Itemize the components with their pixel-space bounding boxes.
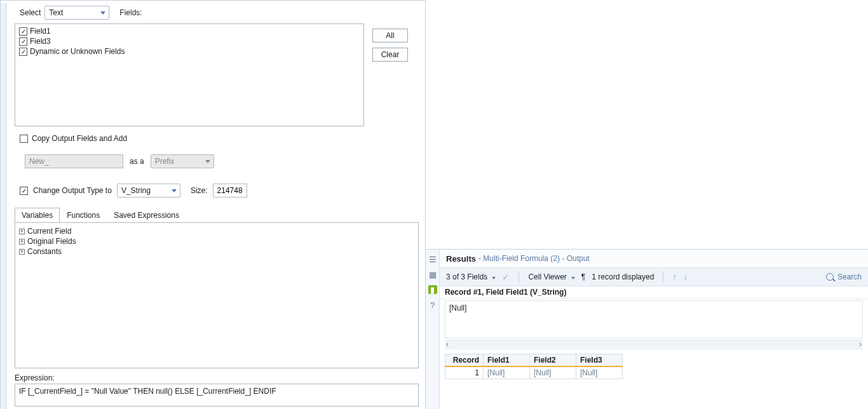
help-icon[interactable]: ? <box>428 300 437 309</box>
grid-icon[interactable]: ▦ <box>428 270 437 279</box>
expression-label: Expression: <box>15 373 419 382</box>
change-type-checkbox[interactable] <box>20 187 28 195</box>
pilcrow-icon[interactable]: ¶ <box>581 272 585 281</box>
records-displayed-label: 1 record displayed <box>592 272 654 281</box>
expression-editor[interactable]: IF [_CurrentField_] = "Null Value" THEN … <box>15 384 419 406</box>
results-title-bar: Results - Multi-Field Formula (2) - Outp… <box>440 250 868 267</box>
tree-item[interactable]: +Original Fields <box>19 237 414 246</box>
clear-button[interactable]: Clear <box>372 48 408 62</box>
field-checkbox-row[interactable]: Field1 <box>19 27 360 36</box>
column-header[interactable]: Field3 <box>576 354 623 367</box>
field-checkbox-row[interactable]: Field3 <box>19 37 360 46</box>
field-label: Dynamic or Unknown Fields <box>30 47 125 56</box>
column-header[interactable]: Field2 <box>530 354 576 367</box>
tab-saved-expressions[interactable]: Saved Expressions <box>107 208 186 222</box>
column-header[interactable]: Record <box>445 354 484 367</box>
as-a-label: as a <box>130 157 144 166</box>
separator <box>663 271 663 283</box>
expression-tabs: Variables Functions Saved Expressions <box>15 208 419 222</box>
tab-functions[interactable]: Functions <box>60 208 107 222</box>
expand-icon[interactable]: + <box>19 249 25 255</box>
tab-variables[interactable]: Variables <box>15 208 60 222</box>
table-row: 1 [Null] [Null] [Null] <box>445 366 623 379</box>
size-input[interactable] <box>213 184 247 198</box>
separator <box>519 271 519 283</box>
prefix-input[interactable] <box>25 154 123 168</box>
field-label: Field3 <box>30 37 51 46</box>
search-box[interactable]: Search <box>826 272 862 281</box>
list-icon[interactable]: ☰ <box>428 255 437 264</box>
copy-output-checkbox[interactable] <box>20 135 28 143</box>
size-label: Size: <box>191 186 208 195</box>
field-checkbox-row[interactable]: Dynamic or Unknown Fields <box>19 47 360 56</box>
tree-item[interactable]: +Current Field <box>19 227 414 236</box>
horizontal-scrollbar[interactable] <box>445 340 863 350</box>
check-icon[interactable]: ✓ <box>502 272 510 282</box>
variables-tree: +Current Field +Original Fields +Constan… <box>15 222 419 368</box>
cell[interactable]: 1 <box>445 366 484 379</box>
search-label: Search <box>837 272 862 281</box>
results-toolbar: 3 of 3 Fields ✓ Cell Viewer ¶ 1 record d… <box>440 267 868 286</box>
column-header[interactable]: Field1 <box>484 354 530 367</box>
record-value-view: [Null] <box>445 300 863 339</box>
results-grid: Record Field1 Field2 Field3 1 [Null] [Nu… <box>445 354 623 379</box>
fields-list: Field1 Field3 Dynamic or Unknown Fields <box>15 23 364 126</box>
prev-record-button[interactable]: ↑ <box>672 272 677 282</box>
field-label: Field1 <box>30 27 51 36</box>
cell[interactable]: [Null] <box>576 366 623 379</box>
results-subtitle: - Multi-Field Formula (2) - Output <box>478 254 590 263</box>
record-icon[interactable]: ▮ <box>428 285 437 294</box>
search-icon <box>826 273 834 281</box>
select-label: Select <box>20 8 41 17</box>
tree-item[interactable]: +Constants <box>19 247 414 256</box>
checkbox-icon[interactable] <box>19 48 27 56</box>
prefix-suffix-dropdown[interactable]: Prefix <box>151 154 214 168</box>
workflow-canvas[interactable]: IF [_CurrentField_] = "Null Value" THEN … <box>426 0 868 249</box>
copy-output-label: Copy Output Fields and Add <box>32 134 127 143</box>
checkbox-icon[interactable] <box>19 27 27 36</box>
expand-icon[interactable]: + <box>19 239 25 245</box>
config-panel: Select Text Fields: Field1 Field3 Dynami… <box>0 0 426 409</box>
select-type-dropdown[interactable]: Text <box>44 6 109 20</box>
fields-picker[interactable]: 3 of 3 Fields <box>446 272 496 281</box>
results-gutter: ☰ ▦ ▮ ? <box>426 250 440 409</box>
panel-tab-handle[interactable] <box>1 3 6 409</box>
checkbox-icon[interactable] <box>19 37 27 46</box>
workspace-panel: IF [_CurrentField_] = "Null Value" THEN … <box>426 0 868 409</box>
results-panel: ☰ ▦ ▮ ? Results - Multi-Field Formula (2… <box>426 249 868 409</box>
cell-viewer-picker[interactable]: Cell Viewer <box>528 272 574 281</box>
results-title: Results <box>446 254 476 264</box>
output-type-dropdown[interactable]: V_String <box>117 184 180 198</box>
all-button[interactable]: All <box>372 29 408 43</box>
change-type-label: Change Output Type to <box>33 186 112 195</box>
expand-icon[interactable]: + <box>19 229 25 234</box>
fields-label: Fields: <box>119 8 142 17</box>
cell[interactable]: [Null] <box>484 366 530 379</box>
next-record-button[interactable]: ↓ <box>683 272 688 282</box>
cell[interactable]: [Null] <box>530 366 576 379</box>
record-field-header: Record #1, Field Field1 (V_String) <box>440 286 868 299</box>
